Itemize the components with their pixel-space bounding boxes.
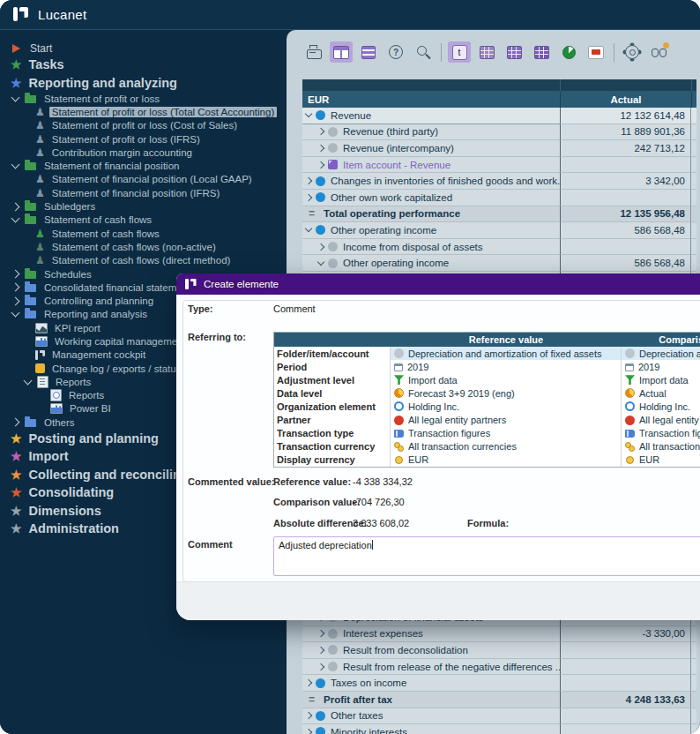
grid-button[interactable] — [475, 41, 498, 63]
chevron-right-icon[interactable] — [11, 418, 20, 427]
chevron-down-icon[interactable] — [24, 376, 33, 385]
sidebar-item-reporting-and-analyzing[interactable]: Reporting and analyzing — [0, 74, 287, 93]
table-row-interest-expenses[interactable]: Interest expenses-3 330,00 — [302, 626, 696, 643]
sidebar-item-statement-of-profit-or-loss-cost-of-sale[interactable]: Statement of profit or loss (Cost of Sal… — [0, 119, 287, 132]
chevron-right-icon[interactable] — [317, 630, 324, 637]
chevron-right-icon[interactable] — [11, 283, 20, 292]
chevron-down-icon[interactable] — [11, 93, 20, 101]
chevron-right-icon[interactable] — [317, 663, 324, 670]
sidebar-item-statement-of-financial-position[interactable]: Statement of financial position — [0, 159, 287, 172]
print-button[interactable] — [302, 41, 325, 63]
chevron-right-icon[interactable] — [11, 296, 20, 305]
next-column-cell — [690, 659, 696, 676]
help-button[interactable] — [384, 41, 407, 63]
chevron-right-icon[interactable] — [305, 729, 312, 734]
sidebar-item-statement-of-cash-flows-direct-method[interactable]: Statement of cash flows (direct method) — [0, 254, 287, 267]
table-row-item-account-revenue[interactable]: Item account - Revenue — [302, 157, 696, 174]
red-cell-button[interactable] — [585, 41, 607, 63]
account-blue-dot-icon — [316, 225, 325, 235]
grid-all-button[interactable] — [530, 41, 553, 63]
chevron-down-icon[interactable] — [317, 258, 324, 265]
table-row-profit-after-tax[interactable]: =Profit after tax4 248 133,63 — [302, 692, 696, 708]
reference-row-transaction-currency[interactable]: Transaction currencyAll transaction curr… — [274, 440, 700, 453]
dialog-title-bar[interactable]: Create elemente — [176, 273, 700, 295]
chevron-right-icon[interactable] — [11, 270, 20, 279]
chevron-right-icon[interactable] — [317, 161, 324, 168]
reference-row-data-level[interactable]: Data levelForecast 3+9 2019 (eng)Actual — [274, 386, 700, 400]
chevron-down-icon[interactable] — [11, 309, 20, 318]
account-name-cell: Other operating income — [302, 222, 560, 239]
account-name-cell: Taxes on income — [302, 675, 560, 692]
chevron-right-icon[interactable] — [11, 202, 20, 211]
sidebar-item-label: Others — [41, 417, 78, 428]
grid-values-button[interactable] — [503, 41, 525, 63]
sidebar-item-statement-of-cash-flows[interactable]: Statement of cash flows — [0, 213, 287, 227]
reference-row-display-currency[interactable]: Display currencyEUREUR — [274, 453, 700, 467]
sidebar-item-tasks[interactable]: Tasks — [0, 56, 287, 74]
sidebar-item-subledgers[interactable]: Subledgers — [0, 199, 287, 213]
next-column-header — [691, 91, 696, 108]
table-row-other-operating-income[interactable]: Other operating income586 568,48 — [302, 222, 696, 239]
reference-row-organization-element[interactable]: Organization elementHolding Inc.Holding … — [274, 400, 700, 413]
chevron-down-icon[interactable] — [305, 110, 312, 117]
chevron-right-icon[interactable] — [305, 712, 312, 719]
table-row-minority-interests[interactable]: Minority interests — [302, 724, 696, 734]
account-label: Changes in inventories of finished goods… — [331, 176, 560, 186]
gear-button[interactable] — [621, 41, 644, 63]
comparison-value-text: 2019 — [638, 362, 659, 372]
reference-row-folder-item-account[interactable]: Folder/item/accountDepreciation and amor… — [274, 347, 700, 360]
table-row-result-from-release-of-the-negative-diff[interactable]: Result from release of the negative diff… — [302, 659, 696, 676]
chevron-down-icon[interactable] — [11, 214, 20, 223]
chevron-right-icon[interactable] — [317, 128, 324, 135]
chevron-right-icon[interactable] — [317, 647, 324, 654]
pie-green-button[interactable] — [557, 41, 580, 63]
table-row-revenue[interactable]: Revenue12 132 614,48 — [302, 108, 696, 124]
chevron-right-icon[interactable] — [305, 194, 312, 201]
rows-button[interactable] — [357, 41, 380, 63]
reference-row-adjustment-level[interactable]: Adjustment levelImport dataImport data — [274, 373, 700, 386]
chevron-right-icon[interactable] — [305, 177, 312, 184]
reference-row-period[interactable]: Period20192019 — [274, 360, 700, 373]
comparison-value: -704 726,30 — [353, 497, 405, 507]
layout-button[interactable] — [330, 41, 353, 63]
table-row-result-from-deconsolidation[interactable]: Result from deconsolidation — [302, 642, 696, 659]
table-row-changes-in-inventories-of-finished-goods[interactable]: Changes in inventories of finished goods… — [302, 173, 696, 190]
sidebar-item-label: Reports — [66, 390, 107, 401]
sidebar-item-contribution-margin-accounting[interactable]: Contribution margin accounting — [0, 146, 287, 159]
table-row-income-from-disposal-of-assets[interactable]: Income from disposal of assets — [302, 239, 696, 256]
search-button[interactable] — [412, 41, 435, 63]
account-gray-dot-icon — [328, 143, 338, 153]
table-row-revenue-intercompany[interactable]: Revenue (intercompany)242 713,12 — [302, 140, 696, 157]
reference-row-transaction-type[interactable]: Transaction typeTransaction figuresTrans… — [274, 427, 700, 440]
table-row-revenue-third-party[interactable]: Revenue (third party)11 889 901,36 — [302, 124, 696, 141]
reference-row-partner[interactable]: PartnerAll legal entity partnersAll lega… — [274, 413, 700, 426]
sidebar-item-label: Controlling and planning — [41, 296, 156, 306]
table-row-other-taxes[interactable]: Other taxes — [302, 708, 696, 725]
sidebar-item-statement-of-cash-flows[interactable]: Statement of cash flows — [0, 227, 287, 240]
chevron-right-icon[interactable] — [305, 679, 312, 686]
sidebar-item-statement-of-financial-position-ifrs[interactable]: Statement of financial position (IFRS) — [0, 186, 287, 199]
calendar-icon — [625, 363, 634, 371]
actual-column-header[interactable]: Actual — [560, 91, 691, 108]
pawn-blue-icon — [35, 174, 45, 184]
sidebar-item-label: Statement of cash flows (direct method) — [49, 255, 234, 266]
table-row-other-own-work-capitalized[interactable]: Other own work capitalized — [302, 190, 696, 206]
chevron-right-icon[interactable] — [317, 243, 324, 250]
chevron-right-icon[interactable] — [317, 145, 324, 152]
table-row-total-operating-performance[interactable]: =Total operating performance12 135 956,4… — [302, 206, 696, 223]
sidebar-item-statement-of-profit-or-loss-ifrs[interactable]: Statement of profit or loss (IFRS) — [0, 132, 287, 146]
table-row-taxes-on-income[interactable]: Taxes on income — [302, 675, 696, 692]
chevron-down-icon[interactable] — [305, 225, 312, 232]
next-column-cell — [690, 190, 696, 206]
comment-input[interactable]: Adjusted depreciation — [273, 536, 700, 576]
text-cell-button[interactable] — [448, 41, 471, 63]
sidebar-item-statement-of-profit-or-loss[interactable]: Statement of profit or loss — [0, 92, 287, 105]
chevron-down-icon[interactable] — [11, 161, 20, 169]
table-row-other-operating-income[interactable]: Other operating income586 568,48 — [302, 255, 696, 272]
sidebar-item-statement-of-financial-position-local-ga[interactable]: Statement of financial position (Local G… — [0, 173, 287, 186]
comparison-value-text: Holding Inc. — [639, 401, 690, 412]
sidebar-item-statement-of-profit-or-loss-total-cost-a[interactable]: Statement of profit or loss (Total Cost … — [0, 105, 287, 118]
glasses-button[interactable] — [648, 41, 671, 63]
sidebar-item-statement-of-cash-flows-non-active[interactable]: Statement of cash flows (non-active) — [0, 240, 287, 253]
sidebar-item-start[interactable]: Start — [0, 41, 287, 56]
